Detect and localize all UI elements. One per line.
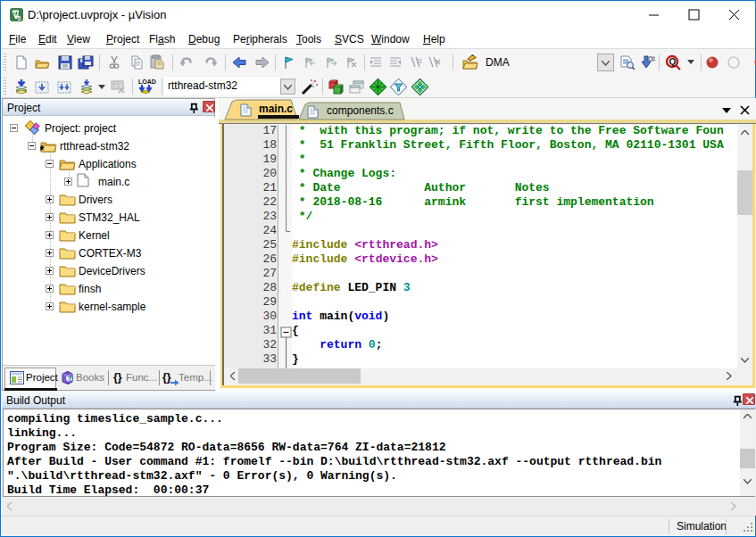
svg-text:?: ? <box>68 374 72 383</box>
svg-text:Q: Q <box>669 57 677 67</box>
svg-text:LOAD: LOAD <box>138 78 156 85</box>
svg-text:5: 5 <box>18 15 21 21</box>
svg-text:*: * <box>40 143 45 153</box>
